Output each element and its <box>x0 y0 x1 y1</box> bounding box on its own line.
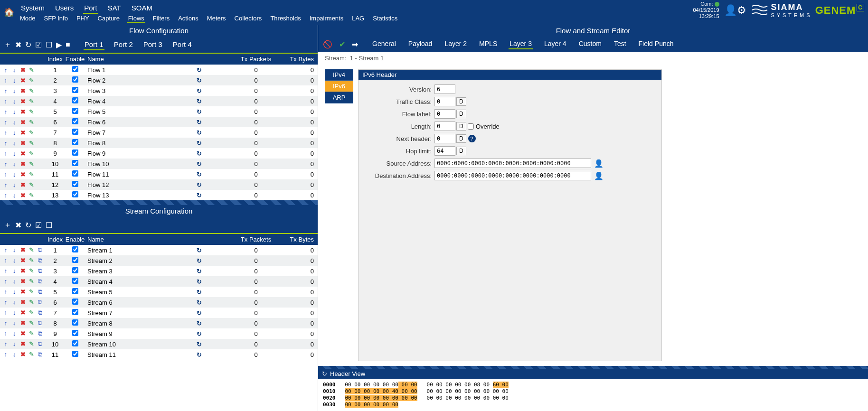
enable-checkbox[interactable] <box>72 181 78 187</box>
edit-icon[interactable]: ✎ <box>28 319 35 327</box>
edit-icon[interactable]: ✎ <box>28 340 35 348</box>
move-down-icon[interactable]: ↓ <box>10 119 18 126</box>
move-up-icon[interactable]: ↑ <box>2 129 9 136</box>
move-down-icon[interactable]: ↓ <box>10 257 18 264</box>
override-checkbox[interactable] <box>468 123 474 130</box>
user-icon[interactable]: 👤 <box>594 171 604 180</box>
duplicate-icon[interactable]: ⧉ <box>36 246 44 254</box>
enable-checkbox[interactable] <box>72 87 78 93</box>
enable-checkbox[interactable] <box>72 108 78 114</box>
editor-tab-payload[interactable]: Payload <box>407 39 434 49</box>
enable-checkbox[interactable] <box>72 340 78 346</box>
move-up-icon[interactable]: ↑ <box>2 181 9 188</box>
move-up-icon[interactable]: ↑ <box>2 319 9 327</box>
move-up-icon[interactable]: ↑ <box>2 267 9 275</box>
delete-icon[interactable]: ✖ <box>19 340 27 348</box>
table-row[interactable]: ↑↓✖✎⧉3Stream 3↻00 <box>0 266 318 276</box>
delete-icon[interactable]: ✖ <box>19 77 27 84</box>
edit-icon[interactable]: ✎ <box>28 98 35 105</box>
delete-icon[interactable]: ✖ <box>19 351 27 358</box>
check-all-icon[interactable]: ☑ <box>35 40 42 49</box>
table-row[interactable]: ↑↓✖✎⧉9Stream 9↻00 <box>0 328 318 339</box>
move-down-icon[interactable]: ↓ <box>10 181 18 188</box>
user-settings-icon[interactable]: 👤⚙ <box>724 4 746 17</box>
port-tab-4[interactable]: Port 4 <box>172 39 193 50</box>
editor-tab-layer-4[interactable]: Layer 4 <box>543 39 567 49</box>
refresh-icon[interactable]: ↻ <box>25 40 31 49</box>
table-row[interactable]: ↑↓✖✎13Flow 13↻00 <box>0 190 318 200</box>
move-up-icon[interactable]: ↑ <box>2 299 9 306</box>
move-down-icon[interactable]: ↓ <box>10 309 18 317</box>
edit-icon[interactable]: ✎ <box>28 330 35 337</box>
nav-main-sat[interactable]: SAT <box>107 3 122 13</box>
enable-checkbox[interactable] <box>72 278 78 284</box>
table-row[interactable]: ↑↓✖✎9Flow 9↻00 <box>0 148 318 159</box>
delete-icon[interactable]: ✖ <box>15 221 21 230</box>
version-input[interactable] <box>434 84 455 94</box>
move-down-icon[interactable]: ↓ <box>10 108 18 115</box>
table-row[interactable]: ↑↓✖✎⧉2Stream 2↻00 <box>0 255 318 266</box>
edit-icon[interactable]: ✎ <box>28 267 35 275</box>
move-up-icon[interactable]: ↑ <box>2 66 9 74</box>
edit-icon[interactable]: ✎ <box>28 246 35 254</box>
move-up-icon[interactable]: ↑ <box>2 87 9 94</box>
editor-tab-layer-2[interactable]: Layer 2 <box>443 39 468 49</box>
edit-icon[interactable]: ✎ <box>28 87 35 94</box>
edit-icon[interactable]: ✎ <box>28 150 35 157</box>
duplicate-icon[interactable]: ⧉ <box>36 267 44 275</box>
move-down-icon[interactable]: ↓ <box>10 340 18 348</box>
move-up-icon[interactable]: ↑ <box>2 351 9 358</box>
nav-sub-capture[interactable]: Capture <box>97 14 121 23</box>
dst-addr-input[interactable] <box>434 171 591 180</box>
nav-sub-collectors[interactable]: Collectors <box>234 14 263 23</box>
nav-sub-flows[interactable]: Flows <box>127 14 145 23</box>
enable-checkbox[interactable] <box>72 139 78 145</box>
move-down-icon[interactable]: ↓ <box>10 319 18 327</box>
enable-checkbox[interactable] <box>72 160 78 166</box>
move-down-icon[interactable]: ↓ <box>10 140 18 147</box>
home-icon[interactable]: 🏠 <box>4 7 14 18</box>
edit-icon[interactable]: ✎ <box>28 66 35 74</box>
move-up-icon[interactable]: ↑ <box>2 98 9 105</box>
forward-icon[interactable]: ➡ <box>352 40 358 49</box>
default-button[interactable]: D <box>456 134 466 143</box>
table-row[interactable]: ↑↓✖✎7Flow 7↻00 <box>0 127 318 138</box>
delete-icon[interactable]: ✖ <box>19 140 27 147</box>
nav-main-system[interactable]: System <box>20 3 46 13</box>
table-row[interactable]: ↑↓✖✎⧉8Stream 8↻00 <box>0 318 318 328</box>
editor-tab-custom[interactable]: Custom <box>578 39 603 49</box>
editor-tab-mpls[interactable]: MPLS <box>478 39 498 49</box>
edit-icon[interactable]: ✎ <box>28 108 35 115</box>
uncheck-all-icon[interactable]: ☐ <box>46 221 52 230</box>
edit-icon[interactable]: ✎ <box>28 257 35 264</box>
edit-icon[interactable]: ✎ <box>28 288 35 296</box>
table-row[interactable]: ↑↓✖✎8Flow 8↻00 <box>0 138 318 148</box>
move-up-icon[interactable]: ↑ <box>2 140 9 147</box>
duplicate-icon[interactable]: ⧉ <box>36 288 44 296</box>
add-icon[interactable]: ＋ <box>4 220 11 230</box>
table-row[interactable]: ↑↓✖✎⧉11Stream 11↻00 <box>0 349 318 360</box>
port-tab-2[interactable]: Port 2 <box>113 39 134 50</box>
nav-sub-statistics[interactable]: Statistics <box>372 14 398 23</box>
delete-icon[interactable]: ✖ <box>19 330 27 337</box>
table-row[interactable]: ↑↓✖✎6Flow 6↻00 <box>0 117 318 127</box>
enable-checkbox[interactable] <box>72 330 78 336</box>
stop-icon[interactable]: ■ <box>66 40 70 49</box>
delete-icon[interactable]: ✖ <box>15 40 21 49</box>
edit-icon[interactable]: ✎ <box>28 309 35 317</box>
move-down-icon[interactable]: ↓ <box>10 87 18 94</box>
cancel-icon[interactable]: 🚫 <box>323 40 332 49</box>
check-all-icon[interactable]: ☑ <box>35 221 42 230</box>
add-icon[interactable]: ＋ <box>4 40 11 50</box>
enable-checkbox[interactable] <box>72 299 78 305</box>
nav-sub-sfp-info[interactable]: SFP Info <box>43 14 69 23</box>
enable-checkbox[interactable] <box>72 118 78 124</box>
move-up-icon[interactable]: ↑ <box>2 192 9 199</box>
table-row[interactable]: ↑↓✖✎1Flow 1↻00 <box>0 65 318 75</box>
move-up-icon[interactable]: ↑ <box>2 257 9 264</box>
delete-icon[interactable]: ✖ <box>19 319 27 327</box>
help-icon[interactable]: ? <box>468 135 476 142</box>
move-down-icon[interactable]: ↓ <box>10 129 18 136</box>
table-row[interactable]: ↑↓✖✎2Flow 2↻00 <box>0 75 318 85</box>
move-down-icon[interactable]: ↓ <box>10 66 18 74</box>
